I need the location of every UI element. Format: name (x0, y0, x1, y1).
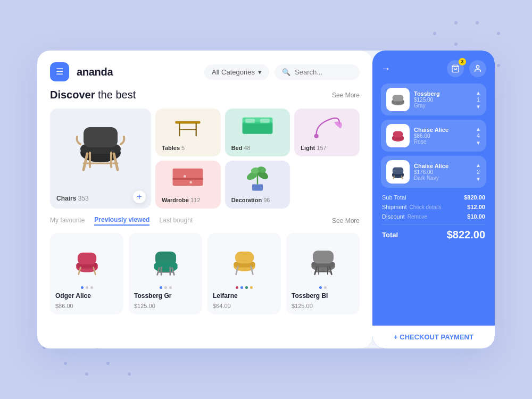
leifarne-icon (227, 244, 262, 278)
cart-header: → 3 (381, 60, 486, 77)
category-wardrobe[interactable]: Wardrobe 112 (155, 161, 221, 209)
cart-tossberg-name: Tossberg (414, 90, 471, 97)
discount-row: Discount Remove $10.00 (382, 213, 485, 220)
tab-previously-viewed[interactable]: Previously viewed (94, 216, 149, 226)
cart-tossberg-color: Gray (414, 103, 471, 109)
discount-remove[interactable]: Remove (408, 214, 427, 220)
left-panel: ☰ ananda All Categories ▾ 🔍 Discover the… (37, 51, 372, 348)
light-label: Light 157 (301, 145, 326, 151)
category-dropdown[interactable]: All Categories ▾ (204, 64, 269, 80)
product-odger-price: $86.00 (55, 303, 118, 309)
see-more-categories[interactable]: See More (332, 92, 360, 99)
product-odger-name: Odger Alice (55, 292, 118, 300)
category-bed[interactable]: Bed 48 (225, 109, 290, 156)
subtotal-row: Sub Total $820.00 (382, 194, 485, 201)
product-odger-image (55, 239, 118, 282)
qty-up-icon[interactable]: ▲ (476, 126, 481, 132)
discount-label: Discount (382, 213, 405, 220)
cart-panel: → 3 (372, 51, 495, 348)
header: ☰ ananda All Categories ▾ 🔍 (50, 62, 360, 81)
bed-label: Bed 48 (231, 145, 251, 151)
product-tossberg-bl-dots (292, 286, 354, 289)
svg-rect-15 (260, 119, 270, 123)
light-icon (310, 111, 344, 142)
cart-item-chaise-rose-img (386, 124, 410, 147)
product-leifarne-name: Leifarne (213, 292, 276, 300)
category-chairs[interactable]: Chairs 353 + (50, 109, 151, 209)
svg-rect-12 (243, 122, 273, 134)
shipment-check-details[interactable]: Check details (409, 204, 441, 210)
cart-tossberg-qty: ▲ 1 ▼ (476, 90, 481, 110)
tossberg-bl-icon (306, 244, 340, 278)
app-container: ☰ ananda All Categories ▾ 🔍 Discover the… (37, 51, 495, 348)
product-list: Odger Alice $86.00 (50, 233, 360, 314)
category-decoration[interactable]: Decoration 96 (225, 161, 290, 209)
cart-tossberg-price: $125.00 (414, 97, 471, 103)
profile-button[interactable] (469, 60, 486, 77)
product-odger-alice[interactable]: Odger Alice $86.00 (50, 233, 123, 314)
total-label: Total (382, 231, 398, 239)
cart-chaise-rose-price: $86.00 (414, 133, 471, 139)
category-light[interactable]: Light 157 (294, 109, 360, 156)
chairs-add-button[interactable]: + (133, 190, 146, 203)
product-tossberg-bl-name: Tossberg Bl (292, 292, 354, 300)
tables-icon (171, 113, 205, 142)
qty-down-icon[interactable]: ▼ (476, 140, 481, 146)
svg-point-53 (476, 65, 479, 68)
qty-down-icon[interactable]: ▼ (476, 176, 481, 182)
chairs-image (66, 114, 135, 183)
cart-badge: 3 (459, 58, 466, 65)
cart-tossberg-icon (389, 90, 407, 109)
menu-icon: ☰ (56, 68, 63, 76)
search-input[interactable] (295, 68, 352, 76)
cart-totals: Sub Total $820.00 Shipment Check details… (381, 194, 486, 241)
category-tables[interactable]: Tables 5 (155, 109, 221, 156)
product-tossberg-gr-dots (134, 286, 197, 289)
cart-header-icons: 3 (447, 60, 486, 77)
shipment-label: Shipment (382, 204, 406, 210)
product-leifarne-dots (213, 286, 276, 289)
cart-items-list: Tossberg $125.00 Gray ▲ 1 ▼ (381, 84, 486, 188)
total-amount: $822.00 (447, 229, 485, 241)
svg-point-20 (190, 181, 193, 184)
shipment-amount: $12.00 (467, 204, 485, 210)
tab-last-bought[interactable]: Last bought (159, 217, 193, 225)
search-bar: 🔍 (275, 64, 360, 80)
svg-rect-33 (154, 262, 178, 268)
cart-item-chaise-rose: Chaise Alice $86.00 Rose ▲ 4 ▼ (381, 120, 486, 152)
cart-chaise-navy-name: Chaise Alice (414, 163, 471, 169)
chair-icon (69, 117, 132, 180)
tab-favourite[interactable]: My favourite (50, 217, 85, 225)
product-tossberg-gr[interactable]: Tossberg Gr $125.00 (129, 233, 202, 314)
profile-icon (473, 64, 482, 73)
svg-rect-46 (313, 251, 334, 263)
product-tabs: My favourite Previously viewed Last boug… (50, 216, 360, 226)
discover-section-title: Discover the best See More (50, 89, 360, 101)
checkout-button[interactable]: + CHECKOUT PAYMENT (372, 326, 495, 348)
menu-button[interactable]: ☰ (50, 62, 69, 81)
cart-icon-wrap[interactable]: 3 (447, 60, 464, 77)
qty-up-icon[interactable]: ▲ (476, 162, 481, 168)
product-tossberg-gr-price: $125.00 (134, 303, 197, 309)
qty-down-icon[interactable]: ▼ (476, 104, 481, 110)
back-button[interactable]: → (381, 63, 390, 74)
qty-up-icon[interactable]: ▲ (476, 90, 481, 96)
see-more-products[interactable]: See More (332, 217, 360, 225)
totals-divider (382, 224, 485, 225)
cart-item-tossberg-info: Tossberg $125.00 Gray (414, 90, 471, 109)
svg-rect-18 (173, 178, 203, 180)
cart-item-chaise-navy-img (386, 160, 410, 184)
grand-total-row: Total $822.00 (382, 229, 485, 241)
svg-rect-2 (84, 127, 118, 147)
cart-chaise-rose-qty: ▲ 4 ▼ (476, 126, 481, 146)
svg-rect-62 (393, 168, 403, 174)
cart-item-chaise-navy: Chaise Alice $176.00 Dark Navy ▲ 2 ▼ (381, 156, 486, 188)
category-grid: Chairs 353 + Tables 5 (50, 109, 360, 209)
product-leifarne-price: $64.00 (213, 303, 276, 309)
tables-label: Tables 5 (162, 145, 185, 151)
svg-rect-56 (393, 95, 403, 102)
cart-chaise-navy-icon (389, 163, 407, 181)
svg-rect-14 (245, 119, 255, 123)
product-leifarne[interactable]: Leifarne $64.00 (207, 233, 281, 314)
product-tossberg-bl[interactable]: Tossberg Bl $125.00 (286, 233, 360, 314)
